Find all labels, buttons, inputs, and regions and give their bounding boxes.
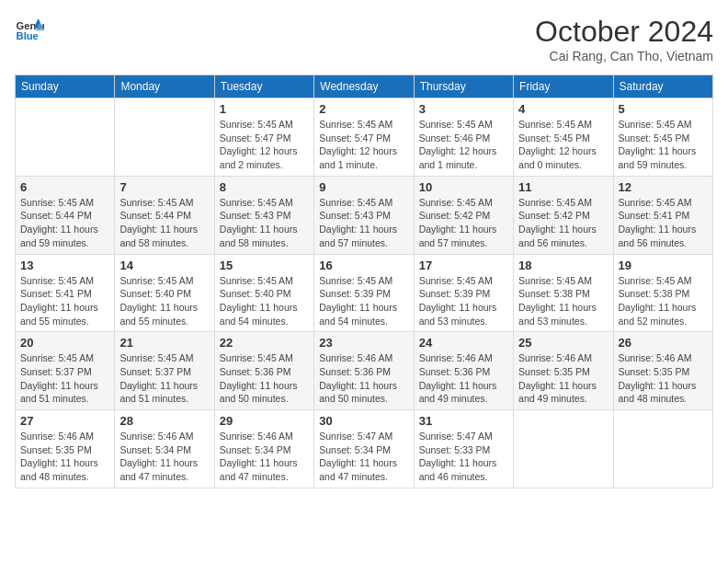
day-number: 18: [518, 259, 608, 272]
calendar-day-cell: 15Sunrise: 5:45 AMSunset: 5:40 PMDayligh…: [214, 254, 313, 332]
page-header: General Blue October 2024 Cai Rang, Can …: [15, 15, 713, 63]
day-detail: Sunrise: 5:45 AMSunset: 5:42 PMDaylight:…: [518, 196, 608, 250]
day-number: 14: [119, 259, 209, 272]
calendar-day-cell: 9Sunrise: 5:45 AMSunset: 5:43 PMDaylight…: [314, 176, 414, 254]
day-number: 24: [419, 336, 508, 350]
day-number: 31: [419, 414, 508, 428]
day-detail: Sunrise: 5:45 AMSunset: 5:41 PMDaylight:…: [20, 274, 109, 328]
title-block: October 2024 Cai Rang, Can Tho, Vietnam: [535, 15, 713, 63]
calendar-day-cell: 18Sunrise: 5:45 AMSunset: 5:38 PMDayligh…: [514, 254, 613, 332]
day-number: 8: [220, 180, 309, 194]
day-of-week-header: Wednesday: [314, 75, 414, 98]
calendar-day-cell: 12Sunrise: 5:45 AMSunset: 5:41 PMDayligh…: [613, 176, 712, 254]
calendar-day-cell: [514, 410, 613, 488]
calendar-day-cell: 2Sunrise: 5:45 AMSunset: 5:47 PMDaylight…: [314, 98, 414, 177]
calendar-day-cell: 27Sunrise: 5:46 AMSunset: 5:35 PMDayligh…: [16, 410, 115, 488]
day-of-week-header: Tuesday: [214, 75, 313, 98]
day-of-week-header: Monday: [115, 75, 214, 98]
calendar-day-cell: 16Sunrise: 5:45 AMSunset: 5:39 PMDayligh…: [314, 254, 414, 332]
calendar-day-cell: 7Sunrise: 5:45 AMSunset: 5:44 PMDaylight…: [115, 176, 214, 254]
day-detail: Sunrise: 5:45 AMSunset: 5:38 PMDaylight:…: [619, 274, 708, 328]
day-detail: Sunrise: 5:45 AMSunset: 5:47 PMDaylight:…: [220, 118, 309, 172]
day-detail: Sunrise: 5:45 AMSunset: 5:40 PMDaylight:…: [119, 274, 209, 328]
day-detail: Sunrise: 5:45 AMSunset: 5:37 PMDaylight:…: [20, 351, 109, 406]
calendar-day-cell: 22Sunrise: 5:45 AMSunset: 5:36 PMDayligh…: [214, 332, 313, 410]
day-number: 3: [419, 102, 508, 116]
day-of-week-header: Sunday: [16, 75, 115, 98]
calendar-day-cell: 23Sunrise: 5:46 AMSunset: 5:36 PMDayligh…: [314, 332, 414, 410]
calendar-day-cell: 8Sunrise: 5:45 AMSunset: 5:43 PMDaylight…: [214, 176, 313, 254]
calendar-day-cell: 13Sunrise: 5:45 AMSunset: 5:41 PMDayligh…: [16, 254, 115, 332]
calendar-day-cell: 20Sunrise: 5:45 AMSunset: 5:37 PMDayligh…: [16, 332, 115, 410]
calendar-day-cell: [613, 410, 712, 488]
day-number: 17: [419, 259, 508, 272]
day-number: 22: [220, 336, 309, 350]
calendar-day-cell: 10Sunrise: 5:45 AMSunset: 5:42 PMDayligh…: [414, 176, 513, 254]
day-detail: Sunrise: 5:46 AMSunset: 5:34 PMDaylight:…: [119, 430, 209, 484]
day-number: 16: [319, 259, 408, 272]
day-detail: Sunrise: 5:45 AMSunset: 5:45 PMDaylight:…: [619, 118, 708, 172]
day-number: 29: [220, 414, 309, 428]
day-detail: Sunrise: 5:45 AMSunset: 5:37 PMDaylight:…: [119, 351, 209, 406]
calendar-day-cell: 25Sunrise: 5:46 AMSunset: 5:35 PMDayligh…: [514, 332, 613, 410]
calendar-day-cell: 11Sunrise: 5:45 AMSunset: 5:42 PMDayligh…: [514, 176, 613, 254]
day-detail: Sunrise: 5:46 AMSunset: 5:35 PMDaylight:…: [518, 351, 608, 406]
day-number: 19: [619, 259, 708, 272]
day-number: 11: [518, 180, 608, 194]
day-detail: Sunrise: 5:47 AMSunset: 5:34 PMDaylight:…: [319, 430, 408, 484]
calendar-day-cell: 14Sunrise: 5:45 AMSunset: 5:40 PMDayligh…: [115, 254, 214, 332]
location-subtitle: Cai Rang, Can Tho, Vietnam: [535, 49, 713, 63]
calendar-day-cell: 4Sunrise: 5:45 AMSunset: 5:45 PMDaylight…: [514, 98, 613, 177]
logo-icon: General Blue: [15, 15, 44, 44]
day-number: 20: [20, 336, 109, 350]
day-number: 4: [518, 102, 608, 116]
calendar-day-cell: 21Sunrise: 5:45 AMSunset: 5:37 PMDayligh…: [115, 332, 214, 410]
logo: General Blue: [15, 15, 44, 44]
day-detail: Sunrise: 5:45 AMSunset: 5:45 PMDaylight:…: [518, 118, 608, 172]
day-detail: Sunrise: 5:45 AMSunset: 5:46 PMDaylight:…: [419, 118, 508, 172]
day-detail: Sunrise: 5:45 AMSunset: 5:39 PMDaylight:…: [419, 274, 508, 328]
day-number: 2: [319, 102, 408, 116]
day-number: 25: [518, 336, 608, 350]
calendar-header-row: SundayMondayTuesdayWednesdayThursdayFrid…: [16, 75, 713, 98]
day-number: 6: [20, 180, 109, 194]
calendar-day-cell: [16, 98, 115, 177]
day-number: 23: [319, 336, 408, 350]
day-detail: Sunrise: 5:45 AMSunset: 5:42 PMDaylight:…: [419, 196, 508, 250]
day-number: 10: [419, 180, 508, 194]
calendar-day-cell: 6Sunrise: 5:45 AMSunset: 5:44 PMDaylight…: [16, 176, 115, 254]
day-detail: Sunrise: 5:45 AMSunset: 5:41 PMDaylight:…: [619, 196, 708, 250]
calendar-week-row: 1Sunrise: 5:45 AMSunset: 5:47 PMDaylight…: [16, 98, 713, 177]
calendar-day-cell: 1Sunrise: 5:45 AMSunset: 5:47 PMDaylight…: [214, 98, 313, 177]
day-number: 12: [619, 180, 708, 194]
day-detail: Sunrise: 5:46 AMSunset: 5:36 PMDaylight:…: [319, 351, 408, 406]
month-year-title: October 2024: [535, 15, 713, 49]
day-number: 13: [20, 259, 109, 272]
calendar-day-cell: 26Sunrise: 5:46 AMSunset: 5:35 PMDayligh…: [613, 332, 712, 410]
day-detail: Sunrise: 5:45 AMSunset: 5:43 PMDaylight:…: [319, 196, 408, 250]
day-detail: Sunrise: 5:46 AMSunset: 5:35 PMDaylight:…: [619, 351, 708, 406]
calendar-day-cell: [115, 98, 214, 177]
calendar-day-cell: 5Sunrise: 5:45 AMSunset: 5:45 PMDaylight…: [613, 98, 712, 177]
day-detail: Sunrise: 5:45 AMSunset: 5:44 PMDaylight:…: [119, 196, 209, 250]
day-detail: Sunrise: 5:46 AMSunset: 5:34 PMDaylight:…: [220, 430, 309, 484]
calendar-week-row: 20Sunrise: 5:45 AMSunset: 5:37 PMDayligh…: [16, 332, 713, 410]
day-detail: Sunrise: 5:46 AMSunset: 5:36 PMDaylight:…: [419, 351, 508, 406]
day-of-week-header: Saturday: [613, 75, 712, 98]
day-detail: Sunrise: 5:45 AMSunset: 5:44 PMDaylight:…: [20, 196, 109, 250]
day-detail: Sunrise: 5:45 AMSunset: 5:38 PMDaylight:…: [518, 274, 608, 328]
day-detail: Sunrise: 5:45 AMSunset: 5:43 PMDaylight:…: [220, 196, 309, 250]
day-number: 26: [619, 336, 708, 350]
day-number: 7: [119, 180, 209, 194]
day-detail: Sunrise: 5:45 AMSunset: 5:40 PMDaylight:…: [220, 274, 309, 328]
calendar-day-cell: 19Sunrise: 5:45 AMSunset: 5:38 PMDayligh…: [613, 254, 712, 332]
day-of-week-header: Thursday: [414, 75, 513, 98]
day-number: 27: [20, 414, 109, 428]
day-detail: Sunrise: 5:45 AMSunset: 5:39 PMDaylight:…: [319, 274, 408, 328]
calendar-table: SundayMondayTuesdayWednesdayThursdayFrid…: [15, 75, 713, 488]
day-number: 9: [319, 180, 408, 194]
day-detail: Sunrise: 5:45 AMSunset: 5:47 PMDaylight:…: [319, 118, 408, 172]
calendar-week-row: 6Sunrise: 5:45 AMSunset: 5:44 PMDaylight…: [16, 176, 713, 254]
day-of-week-header: Friday: [514, 75, 613, 98]
day-number: 28: [119, 414, 209, 428]
